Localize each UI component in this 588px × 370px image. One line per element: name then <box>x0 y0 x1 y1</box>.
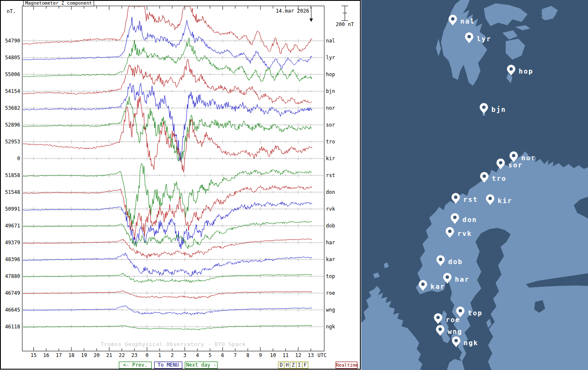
map-pin-label-hop: hop <box>519 67 533 75</box>
hour-label-20: 20 <box>94 352 100 358</box>
station-label-top: top <box>326 273 335 279</box>
component-letter-f-button[interactable]: F <box>302 362 308 369</box>
map-pin-label-roe: roe <box>446 316 460 324</box>
trace-dob <box>22 221 312 249</box>
station-label-don: don <box>326 189 335 195</box>
pin-hole <box>454 339 458 342</box>
pin-hole <box>499 161 502 164</box>
station-label-nal: nal <box>326 38 335 44</box>
baseline-value-bjn: 54154 <box>5 88 20 94</box>
to-menu-button[interactable]: To MENU <box>154 362 182 369</box>
hour-label-23: 23 <box>131 352 137 358</box>
pin-hole <box>483 174 486 178</box>
baseline-value-kar: 48396 <box>5 256 20 262</box>
station-map-panel: nallyrhopbjnnorsortrorstkirdonrvkdobhark… <box>361 0 588 370</box>
map-pin-label-ngk: ngk <box>464 339 478 347</box>
y-axis-unit-label: nT. <box>7 8 16 14</box>
station-label-bjn: bjn <box>326 88 335 94</box>
station-label-kar: kar <box>326 256 335 262</box>
stackplot-panel: 54790nal54805lyr55006hop54154bjn53682nor… <box>0 0 361 370</box>
component-letter-z-button[interactable]: Z <box>290 362 296 369</box>
component-letter-i-button[interactable]: I <box>296 362 302 369</box>
prev-day-button[interactable]: <- Prev. day <box>119 362 152 369</box>
baseline-value-tro: 52953 <box>5 139 20 145</box>
baseline-value-kir: 0 <box>17 156 20 161</box>
trace-rst <box>22 164 312 227</box>
baseline-value-don: 51548 <box>5 189 20 195</box>
pin-hole <box>438 328 442 331</box>
hour-label-19: 19 <box>81 352 87 358</box>
hour-label-21: 21 <box>106 352 112 358</box>
trace-lyr <box>22 17 312 69</box>
baseline-value-rst: 51858 <box>5 172 20 178</box>
station-label-roe: roe <box>326 290 335 296</box>
map-pin-label-tro: tro <box>492 174 507 182</box>
map-pin-label-rst: rst <box>463 196 478 204</box>
trace-top <box>22 273 312 283</box>
trace-bjn <box>22 59 312 104</box>
baseline-value-nor: 53682 <box>5 105 20 111</box>
hour-label-1: 1 <box>158 352 161 358</box>
baseline-value-rvk: 50991 <box>5 206 20 212</box>
station-label-rvk: rvk <box>326 206 335 212</box>
station-label-kir: kir <box>326 156 335 161</box>
hour-label-8: 8 <box>246 352 249 358</box>
hour-label-17: 17 <box>56 352 62 358</box>
map-pin-label-bjn: bjn <box>491 106 506 114</box>
hour-label-10: 10 <box>270 352 276 358</box>
pin-hole <box>439 258 442 261</box>
scale-bar-label: 200 nT <box>336 21 354 27</box>
pin-hole <box>446 275 449 279</box>
pin-hole <box>482 106 486 109</box>
pin-hole <box>448 230 452 233</box>
hour-label-6: 6 <box>221 352 224 358</box>
pin-hole <box>454 196 457 199</box>
page-title: Magnetometer Z component <box>23 0 94 6</box>
baseline-value-hop: 55006 <box>5 71 20 77</box>
map-pin-label-har: har <box>455 275 470 283</box>
hour-label-0: 0 <box>145 352 148 358</box>
station-label-rst: rst <box>326 172 335 178</box>
hour-label-16: 16 <box>43 352 49 358</box>
hour-label-9: 9 <box>259 352 262 358</box>
pin-hole <box>512 154 515 157</box>
component-selector: DHZIF <box>278 362 308 369</box>
pin-hole <box>459 309 462 312</box>
baseline-value-sor: 52896 <box>5 122 20 128</box>
magnetometer-app: 54790nal54805lyr55006hop54154bjn53682nor… <box>0 0 588 370</box>
current-time-arrowhead <box>310 18 313 22</box>
map-pin-label-sor: sor <box>508 161 523 169</box>
hour-label-15: 15 <box>31 352 37 358</box>
map-pin-label-dob: dob <box>448 258 463 266</box>
traces-group <box>22 6 312 330</box>
hour-label-2: 2 <box>171 352 173 358</box>
trace-roe <box>22 291 312 299</box>
station-label-sor: sor <box>326 122 335 128</box>
pin-hole <box>421 283 425 286</box>
next-day-button[interactable]: Next day -> <box>185 362 218 369</box>
component-letter-d-button[interactable]: D <box>278 362 284 369</box>
station-label-ngk: ngk <box>326 324 335 330</box>
pin-hole <box>467 35 471 38</box>
realtime-button[interactable]: Realtime <box>336 362 357 369</box>
station-label-wng: wng <box>326 307 335 313</box>
hour-label-18: 18 <box>68 352 74 358</box>
map-pin-label-lyr: lyr <box>477 35 491 43</box>
date-label: 14.mar 2026 <box>234 8 309 14</box>
trace-ngk <box>22 325 312 330</box>
baseline-value-nal: 54790 <box>5 38 20 44</box>
trace-har <box>22 239 312 258</box>
hour-label-13: 13 <box>308 352 314 358</box>
component-letter-h-button[interactable]: H <box>284 362 290 369</box>
station-label-dob: dob <box>326 223 335 229</box>
station-label-nor: nor <box>326 105 335 111</box>
baseline-value-wng: 46645 <box>5 307 20 313</box>
hour-label-7: 7 <box>234 352 236 358</box>
station-map: nallyrhopbjnnorsortrorstkirdonrvkdobhark… <box>361 0 588 370</box>
station-label-hop: hop <box>326 71 335 77</box>
map-pin-label-nal: nal <box>460 17 475 25</box>
baseline-value-roe: 46749 <box>5 290 20 296</box>
map-pin-label-don: don <box>462 216 477 224</box>
baseline-value-top: 47880 <box>5 273 20 279</box>
stackplot-chart: 54790nal54805lyr55006hop54154bjn53682nor… <box>0 0 361 370</box>
